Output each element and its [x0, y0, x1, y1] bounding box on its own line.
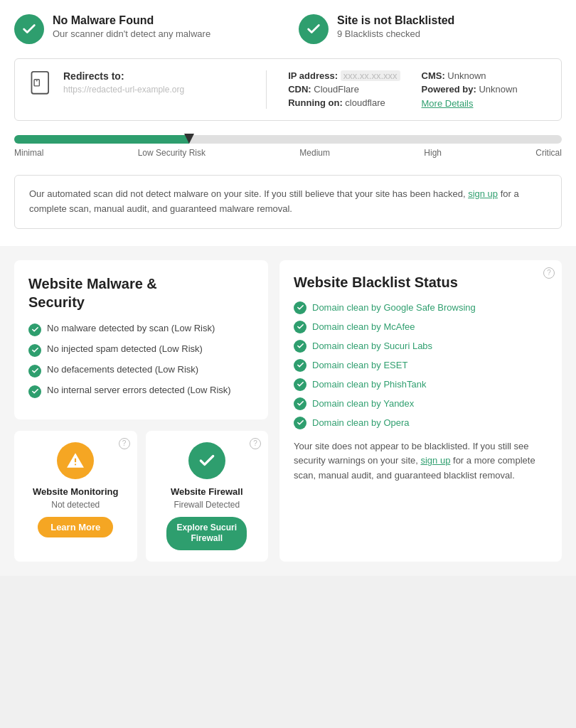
explore-firewall-button[interactable]: Explore SucuriFirewall: [166, 517, 247, 550]
security-title: Website Malware &Security: [28, 274, 254, 311]
more-details-link[interactable]: More Details: [422, 97, 518, 109]
bottom-left: Website Malware &Security No malware det…: [14, 260, 268, 562]
blacklist-check-0: [294, 301, 306, 314]
firewall-check-icon: [198, 451, 216, 470]
risk-label-medium: Medium: [299, 148, 330, 158]
status-row: No Malware Found Our scanner didn't dete…: [14, 14, 562, 44]
check-icon-2: [28, 365, 41, 378]
not-blacklisted-check-circle: [299, 14, 329, 44]
security-item-text-1: No injected spam detected (Low Risk): [47, 343, 203, 354]
firewall-title: Website Firewall: [171, 486, 243, 497]
not-blacklisted-card: Site is not Blacklisted 9 Blacklists che…: [299, 14, 562, 44]
no-malware-card: No Malware Found Our scanner didn't dete…: [14, 14, 277, 44]
monitoring-card: ? Website Monitoring Not detected Learn …: [14, 431, 137, 562]
info-box: Redirects to: https://redacted-url-examp…: [14, 58, 562, 121]
redirects-url: https://redacted-url-example.org: [63, 85, 184, 95]
blacklist-item-text-3: Domain clean by ESET: [312, 360, 407, 370]
scan-message-link[interactable]: sign up: [468, 188, 498, 199]
cms-col: CMS: Unknown Powered by: Unknown More De…: [422, 70, 518, 109]
risk-label-critical: Critical: [535, 148, 562, 158]
risk-bar-fill: [14, 135, 189, 144]
blacklist-item-text-4: Domain clean by PhishTank: [312, 379, 426, 390]
not-blacklisted-text: Site is not Blacklisted 9 Blacklists che…: [337, 14, 454, 39]
security-item-3: No internal server errors detected (Low …: [28, 385, 254, 398]
risk-bar-wrapper: [14, 135, 562, 144]
firewall-status: Firewall Detected: [174, 500, 240, 510]
blacklist-card: ? Website Blacklist Status Domain clean …: [279, 260, 562, 562]
blacklist-check-3: [294, 359, 306, 372]
security-item-1: No injected spam detected (Low Risk): [28, 343, 254, 357]
powered-entry: Powered by: Unknown: [422, 84, 518, 95]
running-label: Running on:: [288, 97, 343, 108]
blacklist-item-text-2: Domain clean by Sucuri Labs: [312, 341, 432, 351]
blacklist-item-0: Domain clean by Google Safe Browsing: [294, 301, 548, 314]
no-malware-text: No Malware Found Our scanner didn't dete…: [53, 14, 210, 39]
security-card: Website Malware &Security No malware det…: [14, 260, 268, 419]
cdn-entry: CDN: CloudFlare: [288, 84, 400, 95]
monitoring-icon-circle: [57, 442, 94, 479]
no-malware-description: Our scanner didn't detect any malware: [53, 28, 210, 39]
no-malware-title: No Malware Found: [53, 14, 210, 27]
blacklist-question-icon[interactable]: ?: [543, 267, 555, 279]
firewall-question-icon[interactable]: ?: [250, 438, 261, 449]
blacklist-check-5: [294, 397, 306, 410]
blacklist-check-2: [294, 340, 306, 353]
risk-labels: Minimal Low Security Risk Medium High Cr…: [14, 148, 562, 158]
security-item-text-3: No internal server errors detected (Low …: [47, 385, 231, 395]
not-blacklisted-title: Site is not Blacklisted: [337, 14, 454, 27]
blacklist-item-1: Domain clean by McAfee: [294, 320, 548, 333]
learn-more-button[interactable]: Learn More: [38, 517, 113, 537]
running-value: cloudflare: [345, 97, 385, 108]
ip-entry: IP address: xxx.xx.xx.xxx: [288, 70, 400, 81]
powered-value: Unknown: [479, 84, 517, 95]
blacklist-title: Website Blacklist Status: [294, 274, 548, 291]
blacklist-check-6: [294, 417, 306, 429]
no-malware-check-circle: [14, 14, 44, 44]
info-divider: [266, 70, 267, 109]
svg-point-2: [36, 80, 38, 82]
cdn-label: CDN:: [288, 84, 311, 95]
redirects-label: Redirects to:: [63, 70, 184, 82]
monitoring-status: Not detected: [51, 500, 100, 510]
redirects-info: Redirects to: https://redacted-url-examp…: [63, 70, 184, 95]
blacklist-item-text-6: Domain clean by Opera: [312, 417, 410, 428]
warning-icon: [66, 451, 85, 470]
blacklist-check-1: [294, 321, 306, 333]
cms-entry: CMS: Unknown: [422, 70, 518, 81]
check-icon-3: [28, 385, 41, 398]
risk-meter-container: Minimal Low Security Risk Medium High Cr…: [14, 135, 562, 158]
firewall-icon-circle: [188, 442, 225, 479]
security-item-2: No defacements detected (Low Risk): [28, 364, 254, 378]
info-box-left: Redirects to: https://redacted-url-examp…: [29, 70, 245, 109]
risk-label-minimal: Minimal: [14, 148, 43, 158]
blacklist-item-3: Domain clean by ESET: [294, 358, 548, 372]
blacklist-item-text-1: Domain clean by McAfee: [312, 321, 415, 332]
ip-label: IP address:: [288, 70, 338, 81]
check-icon-1: [28, 344, 41, 357]
info-box-right: IP address: xxx.xx.xx.xxx CDN: CloudFlar…: [288, 70, 547, 109]
scan-message-text-before: Our automated scan did not detect malwar…: [29, 188, 466, 199]
running-entry: Running on: cloudflare: [288, 97, 400, 108]
powered-label: Powered by:: [422, 84, 476, 95]
blacklist-item-2: Domain clean by Sucuri Labs: [294, 339, 548, 353]
blacklist-check-4: [294, 378, 306, 391]
cms-value: Unknown: [447, 70, 486, 81]
risk-label-low: Low Security Risk: [138, 148, 206, 158]
blacklist-note: Your site does not appear to be blacklis…: [294, 439, 548, 483]
check-icon-0: [28, 323, 41, 336]
not-blacklisted-description: 9 Blacklists checked: [337, 28, 454, 39]
security-item-0: No malware detected by scan (Low Risk): [28, 323, 254, 336]
security-item-text-0: No malware detected by scan (Low Risk): [47, 323, 215, 333]
monitoring-question-icon[interactable]: ?: [119, 438, 130, 449]
blacklist-item-6: Domain clean by Opera: [294, 416, 548, 429]
risk-pointer: [184, 134, 194, 144]
blacklist-item-text-0: Domain clean by Google Safe Browsing: [312, 302, 476, 313]
blacklist-note-link[interactable]: sign up: [420, 455, 450, 466]
security-item-text-2: No defacements detected (Low Risk): [47, 364, 198, 375]
scan-message: Our automated scan did not detect malwar…: [14, 175, 562, 229]
cdn-value: CloudFlare: [314, 84, 359, 95]
bottom-section: Website Malware &Security No malware det…: [0, 246, 576, 576]
firewall-card: ? Website Firewall Firewall Detected Exp…: [146, 431, 269, 562]
domain-icon: [29, 70, 55, 99]
monitor-row: ? Website Monitoring Not detected Learn …: [14, 431, 268, 562]
